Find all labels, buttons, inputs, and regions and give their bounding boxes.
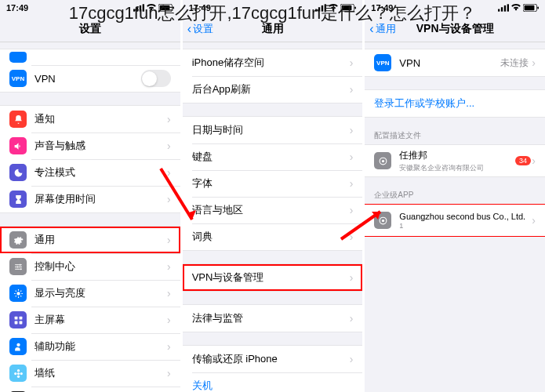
profile-subtitle: 安徽聚名企业咨询有限公司 xyxy=(399,163,532,173)
corner-placeholder-row[interactable] xyxy=(0,49,180,65)
settings-row-声音与触感[interactable]: 声音与触感› xyxy=(0,132,180,159)
signin-link-row[interactable]: 登录工作或学校账户... xyxy=(365,90,545,117)
svg-point-20 xyxy=(20,372,22,374)
settings-row-法律与监管[interactable]: 法律与监管› xyxy=(183,305,363,332)
profile-icon xyxy=(374,152,391,169)
settings-row-Siri与搜索[interactable]: Siri与搜索› xyxy=(0,387,180,392)
settings-row-VPN与设备管理[interactable]: VPN与设备管理› xyxy=(183,264,363,291)
settings-row-屏幕使用时间[interactable]: 屏幕使用时间› xyxy=(0,186,180,212)
svg-rect-30 xyxy=(325,4,326,11)
badge-icon: 34 xyxy=(515,156,531,165)
profile-row[interactable]: 任推邦 安徽聚名企业咨询有限公司 34 › xyxy=(365,145,545,176)
settings-row-日期与时间[interactable]: 日期与时间› xyxy=(183,117,363,143)
phones-container: 17:49 设置 VPN VPN 通知›声音与触感›专注模式›屏幕使用时间› 通… xyxy=(0,0,545,392)
vpn-status-value: 未连接 xyxy=(500,56,529,70)
settings-row-通用[interactable]: 通用› xyxy=(0,227,180,253)
svg-rect-6 xyxy=(173,6,174,9)
row-label: 墙纸 xyxy=(35,366,167,380)
row-label: 法律与监管 xyxy=(192,311,350,325)
speaker-icon xyxy=(9,137,27,154)
settings-row-后台App刷新[interactable]: 后台App刷新› xyxy=(183,76,363,103)
section-header: 配置描述文件 xyxy=(365,130,545,144)
svg-rect-12 xyxy=(19,316,22,319)
svg-rect-33 xyxy=(355,6,357,9)
svg-rect-35 xyxy=(501,7,503,11)
vpn-toggle[interactable] xyxy=(141,70,171,87)
status-icons xyxy=(315,4,356,12)
svg-point-10 xyxy=(16,292,20,295)
chevron-left-icon: ‹ xyxy=(369,23,373,35)
status-icons xyxy=(133,4,174,12)
svg-rect-29 xyxy=(322,5,323,12)
nav-back-button[interactable]: ‹通用 xyxy=(369,22,395,36)
chevron-right-icon: › xyxy=(532,154,536,167)
svg-point-16 xyxy=(16,372,19,374)
svg-rect-37 xyxy=(507,4,509,11)
section-header: 企业级APP xyxy=(365,190,545,204)
settings-row-辅助功能[interactable]: 辅助功能› xyxy=(0,333,180,360)
svg-rect-13 xyxy=(14,321,17,324)
settings-row-通知[interactable]: 通知› xyxy=(0,106,180,132)
status-bar: 17:49 xyxy=(183,0,363,16)
svg-rect-2 xyxy=(139,5,140,12)
chevron-right-icon: › xyxy=(167,193,171,205)
signin-link-text: 登录工作或学校账户... xyxy=(374,96,474,111)
vpn-row[interactable]: VPN VPN xyxy=(0,65,180,92)
row-label: 日期与时间 xyxy=(192,123,350,137)
nav-header: ‹设置 通用 xyxy=(183,16,363,42)
row-label: 关机 xyxy=(192,379,213,392)
chevron-right-icon: › xyxy=(350,177,354,190)
signal-icon xyxy=(133,4,144,12)
svg-point-42 xyxy=(382,159,384,162)
row-label: iPhone储存空间 xyxy=(192,56,350,70)
nav-title: VPN与设备管理 xyxy=(416,22,494,36)
row-label: VPN xyxy=(35,73,141,85)
settings-row-语言与地区[interactable]: 语言与地区› xyxy=(183,197,363,223)
settings-row-关机[interactable]: 关机 xyxy=(183,372,363,392)
settings-row-键盘[interactable]: 键盘› xyxy=(183,143,363,170)
bell-icon xyxy=(9,111,27,128)
row-label: 通知 xyxy=(35,112,167,126)
settings-row-传输或还原-iPhone[interactable]: 传输或还原 iPhone› xyxy=(183,346,363,372)
row-label: VPN xyxy=(399,57,500,69)
settings-row-墙纸[interactable]: 墙纸› xyxy=(0,360,180,387)
phone-settings: 17:49 设置 VPN VPN 通知›声音与触感›专注模式›屏幕使用时间› 通… xyxy=(0,0,180,392)
sliders-icon xyxy=(9,258,27,275)
row-label: 字体 xyxy=(192,176,350,191)
profile-subtitle: 1 xyxy=(399,222,532,230)
row-label: 词典 xyxy=(192,230,350,244)
row-label: 显示与亮度 xyxy=(35,286,167,300)
nav-back-label: 设置 xyxy=(193,22,213,36)
vpn-status-row[interactable]: VPN VPN 未连接 › xyxy=(365,49,545,76)
chevron-right-icon: › xyxy=(350,312,354,325)
profile-title: Guangzhou second bus Co., Ltd. xyxy=(399,212,532,221)
chevron-right-icon: › xyxy=(350,56,354,69)
enterprise-app-row[interactable]: Guangzhou second bus Co., Ltd. 1 › xyxy=(365,205,545,236)
chevron-right-icon: › xyxy=(167,367,171,379)
settings-row-词典[interactable]: 词典› xyxy=(183,223,363,250)
svg-point-17 xyxy=(16,369,19,372)
settings-row-显示与亮度[interactable]: 显示与亮度› xyxy=(0,280,180,307)
chevron-left-icon: ‹ xyxy=(187,23,191,35)
settings-row-iPhone储存空间[interactable]: iPhone储存空间› xyxy=(183,49,363,76)
svg-point-44 xyxy=(382,219,384,221)
row-label: 控制中心 xyxy=(35,260,167,274)
settings-row-字体[interactable]: 字体› xyxy=(183,170,363,197)
settings-row-专注模式[interactable]: 专注模式› xyxy=(0,159,180,186)
row-label: 后台App刷新 xyxy=(192,82,350,96)
svg-rect-27 xyxy=(315,9,317,12)
svg-point-18 xyxy=(16,375,19,377)
settings-row-主屏幕[interactable]: 主屏幕› xyxy=(0,307,180,333)
svg-rect-0 xyxy=(133,9,135,12)
svg-rect-5 xyxy=(159,5,169,10)
chevron-right-icon: › xyxy=(350,353,354,365)
chevron-right-icon: › xyxy=(350,204,354,216)
nav-back-button[interactable]: ‹设置 xyxy=(187,22,213,36)
battery-icon xyxy=(158,4,174,12)
chevron-right-icon: › xyxy=(167,234,171,246)
chevron-right-icon: › xyxy=(350,83,354,96)
svg-rect-1 xyxy=(136,7,138,11)
row-label: 语言与地区 xyxy=(192,203,350,217)
settings-row-控制中心[interactable]: 控制中心› xyxy=(0,253,180,280)
chevron-right-icon: › xyxy=(167,140,171,152)
